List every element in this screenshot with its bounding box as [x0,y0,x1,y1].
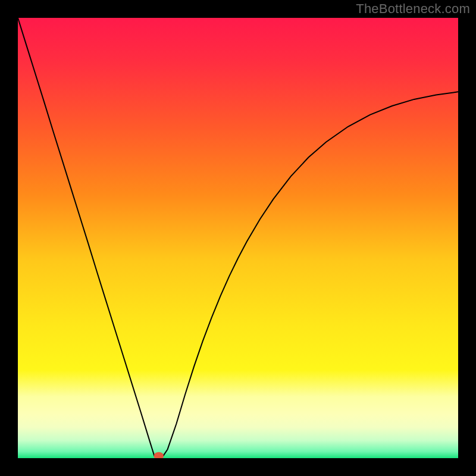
chart-frame: { "watermark": "TheBottleneck.com", "cha… [0,0,476,476]
watermark-text: TheBottleneck.com [356,1,470,17]
plot-area [18,18,458,458]
bottleneck-curve-chart [18,18,458,458]
gradient-background [18,18,458,458]
